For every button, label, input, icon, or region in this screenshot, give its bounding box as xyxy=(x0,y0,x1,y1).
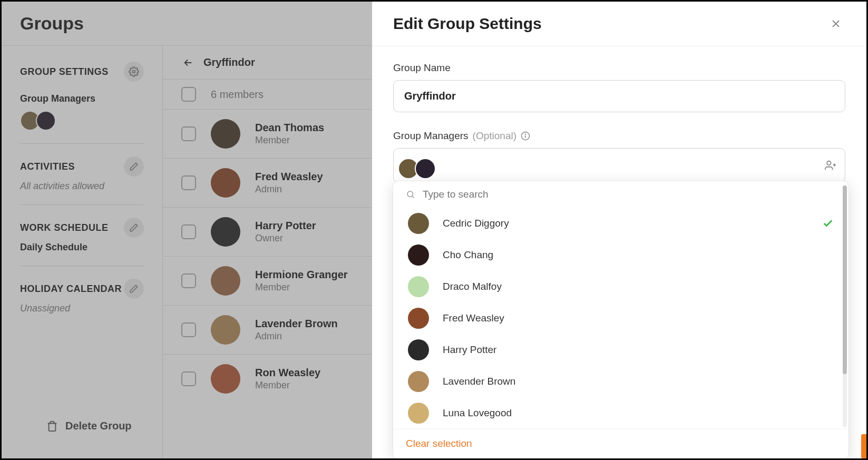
avatar xyxy=(415,158,436,179)
panel-header: Edit Group Settings xyxy=(372,2,866,46)
panel-title: Edit Group Settings xyxy=(393,15,542,33)
avatar xyxy=(408,276,429,297)
person-name: Luna Lovegood xyxy=(443,407,512,419)
svg-point-7 xyxy=(407,191,413,197)
accent-bar xyxy=(861,434,866,458)
person-name: Fred Weasley xyxy=(443,312,504,324)
svg-point-4 xyxy=(827,161,831,165)
managers-select[interactable] xyxy=(393,148,845,183)
search-icon xyxy=(406,190,415,199)
close-icon[interactable] xyxy=(826,14,845,33)
group-name-label: Group Name xyxy=(393,62,845,74)
info-icon[interactable] xyxy=(521,131,530,141)
avatar xyxy=(408,339,429,360)
person-name: Harry Potter xyxy=(443,344,496,356)
selected-managers xyxy=(398,158,436,179)
people-item[interactable]: Cedric Diggory xyxy=(393,208,849,239)
people-item[interactable]: Fred Weasley xyxy=(393,302,849,334)
person-name: Lavender Brown xyxy=(443,376,515,387)
people-item[interactable]: Draco Malfoy xyxy=(393,271,849,302)
people-list: Cedric Diggory Cho Chang Draco Malfoy Fr… xyxy=(393,208,849,429)
check-icon xyxy=(822,218,834,229)
group-name-input[interactable] xyxy=(393,80,845,112)
people-search-row xyxy=(393,181,849,208)
avatar xyxy=(408,308,429,329)
add-person-icon[interactable] xyxy=(825,160,836,171)
clear-selection-button[interactable]: Clear selection xyxy=(393,429,849,459)
people-search-input[interactable] xyxy=(423,189,836,200)
people-item[interactable]: Lavender Brown xyxy=(393,366,849,397)
edit-group-panel: Edit Group Settings Group Name Group Man… xyxy=(372,2,866,458)
people-item[interactable]: Harry Potter xyxy=(393,334,849,366)
people-dropdown: Cedric Diggory Cho Chang Draco Malfoy Fr… xyxy=(393,181,849,459)
managers-optional-text: (Optional) xyxy=(473,130,516,142)
people-item[interactable]: Luna Lovegood xyxy=(393,397,849,429)
svg-point-3 xyxy=(525,134,526,135)
avatar xyxy=(408,403,429,424)
person-name: Cedric Diggory xyxy=(443,218,509,229)
person-name: Draco Malfoy xyxy=(443,281,502,292)
group-managers-label: Group Managers (Optional) xyxy=(393,130,845,142)
avatar xyxy=(408,213,429,234)
scroll-handle[interactable] xyxy=(843,185,847,374)
people-item[interactable]: Cho Chang xyxy=(393,239,849,271)
managers-label-text: Group Managers xyxy=(393,130,469,142)
avatar xyxy=(408,244,429,266)
panel-body: Group Name Group Managers (Optional) xyxy=(372,46,866,458)
person-name: Cho Chang xyxy=(443,249,493,261)
dropdown-scrollbar[interactable] xyxy=(843,185,847,427)
avatar xyxy=(408,371,429,392)
